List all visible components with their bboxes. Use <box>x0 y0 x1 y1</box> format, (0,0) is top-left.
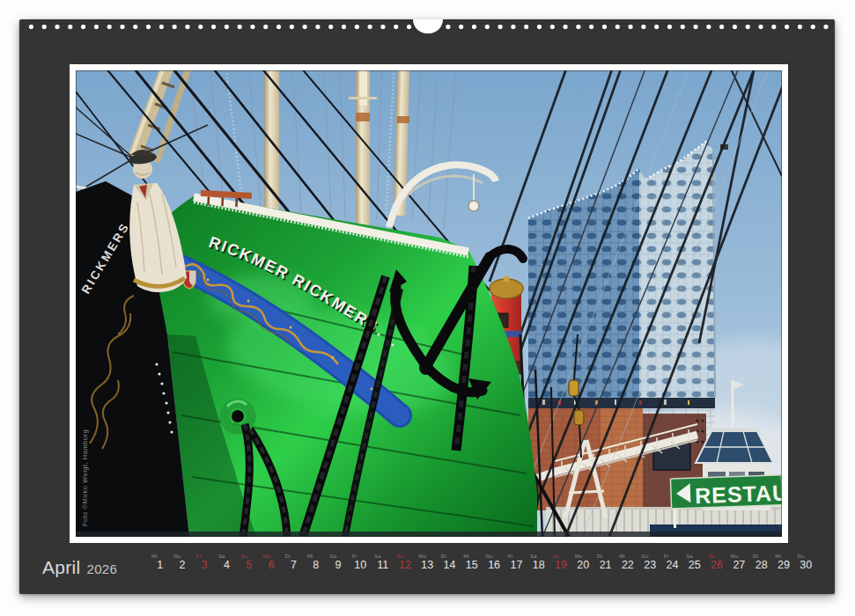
day-number: 26 <box>705 559 727 571</box>
yellow-pulley <box>574 410 584 425</box>
calendar-day: So 12 <box>394 554 416 578</box>
calendar-page: RESTAU <box>19 19 835 594</box>
year-label: 2026 <box>87 561 118 576</box>
calendar-day: Sa 11 <box>372 554 394 578</box>
calendar-day: Di 14 <box>439 554 461 578</box>
calendar-day: Di 7 <box>283 554 305 578</box>
calendar-day: Di 21 <box>594 554 616 578</box>
calendar-day: Mo 27 <box>728 554 750 578</box>
day-number: 27 <box>728 559 750 571</box>
day-number: 18 <box>527 559 549 571</box>
day-number: 16 <box>483 559 505 571</box>
hanger-notch <box>413 19 443 33</box>
calendar-day: Sa 4 <box>216 554 238 578</box>
davit-block <box>468 201 479 211</box>
day-number: 19 <box>549 559 571 571</box>
calendar-day: Sa 18 <box>527 554 549 578</box>
day-number: 3 <box>194 559 216 571</box>
month-title: April2026 <box>42 557 117 578</box>
day-number: 5 <box>238 559 260 571</box>
calendar-day: Do 2 <box>171 554 193 578</box>
photo-frame: RESTAU <box>70 64 788 543</box>
day-number: 23 <box>639 559 661 571</box>
day-number: 21 <box>594 559 616 571</box>
calendar-day: Fr 3 <box>194 554 216 578</box>
calendar-day: Mi 1 <box>149 554 171 578</box>
calendar-day: Fr 17 <box>505 554 527 578</box>
day-number: 17 <box>505 559 527 571</box>
calendar-day: Mo 6 <box>260 554 282 578</box>
day-number: 7 <box>283 559 305 571</box>
calendar-day: Do 9 <box>327 554 349 578</box>
day-number: 6 <box>260 559 282 571</box>
day-number: 30 <box>795 559 817 571</box>
calendar-day: So 5 <box>238 554 260 578</box>
day-number: 22 <box>616 559 638 571</box>
day-number: 1 <box>149 559 171 571</box>
day-number: 9 <box>327 559 349 571</box>
photo-credit: Foto ©Mirko Weigt, Hamburg <box>81 429 89 526</box>
calendar-day: Mi 15 <box>461 554 483 578</box>
banner-text: RESTAU <box>695 480 782 508</box>
date-strip: Mi 1 Do 2 Fr 3 Sa 4 So 5 Mo 6 Di 7 Mi 8 … <box>149 554 817 578</box>
calendar-day: Mi 29 <box>772 554 794 578</box>
day-number: 28 <box>750 559 772 571</box>
calendar-day: Mi 22 <box>616 554 638 578</box>
day-number: 20 <box>572 559 594 571</box>
calendar-day: Fr 24 <box>661 554 683 578</box>
day-number: 10 <box>350 559 372 571</box>
day-number: 2 <box>171 559 193 571</box>
day-number: 14 <box>439 559 461 571</box>
calendar-day: Mi 8 <box>305 554 327 578</box>
restaurant-banner: RESTAU <box>670 474 782 509</box>
calendar-product-shot: RESTAU <box>0 0 855 616</box>
mast-collar <box>356 113 370 121</box>
calendar-day: Mo 20 <box>572 554 594 578</box>
yellow-pulley <box>569 380 579 396</box>
month-name: April <box>42 557 81 577</box>
calendar-day: Mo 13 <box>416 554 439 578</box>
calendar-day: Do 23 <box>639 554 661 578</box>
day-number: 24 <box>661 559 683 571</box>
day-number: 13 <box>416 559 439 571</box>
calendar-day: Fr 10 <box>350 554 372 578</box>
calendar-day: Di 28 <box>750 554 772 578</box>
day-number: 25 <box>683 559 705 571</box>
day-number: 29 <box>772 559 794 571</box>
calendar-day: Do 16 <box>483 554 505 578</box>
calendar-day: So 26 <box>705 554 727 578</box>
day-number: 15 <box>461 559 483 571</box>
calendar-day: Do 30 <box>795 554 817 578</box>
calendar-photo: RESTAU <box>76 70 782 537</box>
calendar-day: So 19 <box>549 554 571 578</box>
day-number: 4 <box>216 559 238 571</box>
day-number: 12 <box>394 559 416 571</box>
day-number: 11 <box>372 559 394 571</box>
day-number: 8 <box>305 559 327 571</box>
calendar-day: Sa 25 <box>683 554 705 578</box>
